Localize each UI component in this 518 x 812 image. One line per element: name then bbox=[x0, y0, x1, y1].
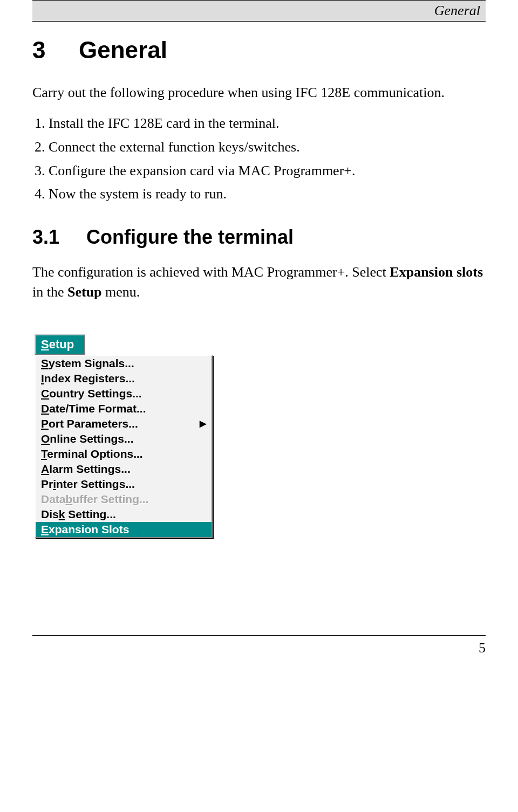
menu-item-label: System Signals... bbox=[41, 357, 134, 370]
step-item: Connect the external function keys/switc… bbox=[49, 137, 486, 157]
menu-item[interactable]: Alarm Settings... bbox=[36, 462, 212, 477]
menu-item-text: ndex Registers... bbox=[44, 372, 135, 384]
menu-item[interactable]: Date/Time Format... bbox=[36, 401, 212, 416]
menu-item-label: Alarm Settings... bbox=[41, 463, 131, 476]
intro-paragraph: Carry out the following procedure when u… bbox=[32, 83, 486, 102]
sub-intro-bold2: Setup bbox=[67, 284, 102, 300]
menu-item-text: ate/Time Format... bbox=[49, 402, 146, 415]
menu-item[interactable]: Online Settings... bbox=[36, 431, 212, 446]
menu-item-accel: S bbox=[41, 357, 49, 369]
menu-item-text: Data bbox=[41, 493, 66, 505]
submenu-arrow-icon: ▶ bbox=[200, 418, 206, 429]
page-number: 5 bbox=[479, 640, 486, 656]
menu-item-accel: E bbox=[41, 523, 49, 535]
menu-item-accel: O bbox=[41, 432, 50, 445]
subsection-number: 3.1 bbox=[32, 226, 86, 249]
menu-item: Databuffer Setting... bbox=[36, 492, 212, 507]
menu-item-text-tail: nter Settings... bbox=[56, 478, 135, 490]
menu-item-accel: k bbox=[59, 508, 65, 520]
steps-list: Install the IFC 128E card in the termina… bbox=[32, 113, 486, 204]
section-heading: 3General bbox=[32, 37, 486, 64]
menu-item-label: Databuffer Setting... bbox=[41, 493, 149, 506]
menu-item-accel: C bbox=[41, 387, 49, 400]
menu-item[interactable]: Terminal Options... bbox=[36, 446, 212, 462]
sub-intro-tail: menu. bbox=[102, 284, 140, 300]
sub-intro-mid: in the bbox=[32, 284, 67, 300]
sub-intro-bold1: Expansion slots bbox=[390, 264, 483, 280]
menu-item-label: Printer Settings... bbox=[41, 478, 135, 491]
menu-item-text-tail: Setting... bbox=[65, 508, 116, 520]
menu-item[interactable]: Index Registers... bbox=[36, 371, 212, 386]
menu-item-text-tail: uffer Setting... bbox=[72, 493, 148, 505]
menu-item-text: Pr bbox=[41, 478, 53, 490]
menu-item-text: ort Parameters... bbox=[49, 417, 138, 430]
subsection-intro: The configuration is achieved with MAC P… bbox=[32, 263, 486, 302]
page-footer: 5 bbox=[32, 635, 486, 656]
menu-item-accel: D bbox=[41, 402, 49, 415]
menu-item-label: Terminal Options... bbox=[41, 448, 143, 460]
menu-item-label: Country Settings... bbox=[41, 387, 142, 400]
menu-item-label: Expansion Slots bbox=[41, 523, 129, 536]
menu-item-text: ystem Signals... bbox=[49, 357, 134, 369]
menu-item[interactable]: Country Settings... bbox=[36, 386, 212, 401]
menu-item[interactable]: Expansion Slots bbox=[36, 522, 212, 537]
menu-item[interactable]: Port Parameters...▶ bbox=[36, 416, 212, 431]
menu-item-label: Online Settings... bbox=[41, 432, 134, 445]
menu-item-text: nline Settings... bbox=[50, 432, 133, 445]
menu-item-text: xpansion Slots bbox=[49, 523, 129, 535]
menu-item-label: Port Parameters... bbox=[41, 417, 138, 430]
sub-intro-text: The configuration is achieved with MAC P… bbox=[32, 264, 390, 280]
menu-item-text: erminal Options... bbox=[47, 448, 142, 460]
header-title: General bbox=[434, 3, 480, 18]
step-item: Configure the expansion card via MAC Pro… bbox=[49, 161, 486, 181]
menu-item-accel: T bbox=[41, 448, 47, 460]
menu-body: System Signals...Index Registers...Count… bbox=[35, 355, 213, 538]
section-number: 3 bbox=[32, 37, 79, 64]
menu-item-accel: b bbox=[66, 493, 73, 505]
menu-item-label: Date/Time Format... bbox=[41, 402, 146, 415]
menu-item-accel: A bbox=[41, 463, 49, 475]
setup-menu: Setup System Signals...Index Registers..… bbox=[35, 334, 213, 538]
menu-item-text: Dis bbox=[41, 508, 59, 520]
header-bar: General bbox=[32, 0, 486, 22]
section-title-text: General bbox=[79, 37, 167, 63]
menu-item[interactable]: Disk Setting... bbox=[36, 507, 212, 522]
menu-item[interactable]: System Signals... bbox=[36, 356, 212, 371]
step-item: Install the IFC 128E card in the termina… bbox=[49, 113, 486, 134]
subsection-title-text: Configure the terminal bbox=[86, 226, 294, 248]
menu-item-text: larm Settings... bbox=[49, 463, 131, 475]
menu-item[interactable]: Printer Settings... bbox=[36, 477, 212, 492]
menu-item-text: ountry Settings... bbox=[49, 387, 142, 400]
subsection-heading: 3.1Configure the terminal bbox=[32, 226, 486, 249]
menu-title-setup[interactable]: Setup bbox=[35, 334, 85, 355]
menu-title-underline: S bbox=[41, 338, 49, 351]
step-item: Now the system is ready to run. bbox=[49, 184, 486, 204]
menu-title-rest: etup bbox=[49, 338, 74, 351]
menu-item-label: Disk Setting... bbox=[41, 508, 116, 521]
menu-item-label: Index Registers... bbox=[41, 372, 135, 385]
menu-item-accel: P bbox=[41, 417, 49, 430]
